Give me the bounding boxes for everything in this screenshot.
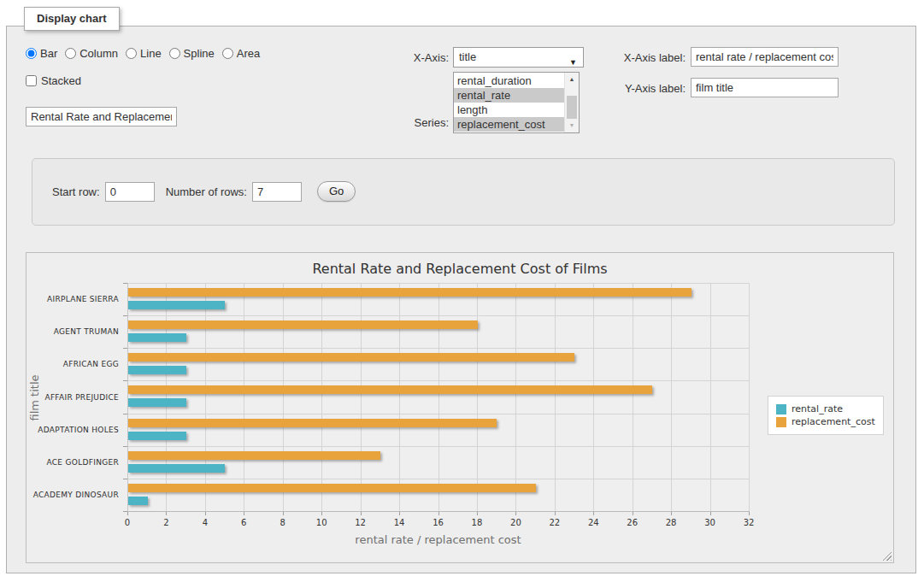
x-tick-mark [361,512,362,515]
resize-grip-icon[interactable] [882,551,892,561]
legend-swatch [776,404,786,414]
x-axis-selected-value: title [459,50,476,63]
y-tick-mark [123,283,127,284]
x-tick-mark [438,512,439,515]
chart-type-option-column: Column [65,47,118,60]
y-tick-mark [123,414,127,414]
series-bar-rental_rate [128,301,225,309]
series-bar-rental_rate [128,398,186,407]
y-axis-label-input[interactable] [691,78,839,97]
chart-type-radio-label: Line [140,47,162,60]
grid-line [399,283,400,511]
x-tick-label: 4 [194,518,216,527]
x-tick-label: 22 [544,518,566,527]
x-axis-label-caption: X-Axis label: [603,51,686,64]
grid-line [749,283,750,511]
y-tick-mark [123,380,127,381]
grid-line [283,283,284,511]
x-tick-mark [671,512,672,515]
stacked-option: Stacked [26,74,81,87]
series-bar-replacement_cost [128,451,380,460]
x-axis-select[interactable]: title ▼ [453,47,584,68]
series-option-replacement_cost[interactable]: replacement_cost [454,117,564,132]
chart-type-radio-column[interactable] [65,48,76,59]
series-bar-rental_rate [128,497,148,505]
start-row-input[interactable] [105,182,155,202]
go-button[interactable]: Go [317,181,356,202]
chart-type-radio-group: BarColumnLineSplineArea [26,47,260,60]
grid-line [127,414,749,414]
chart-type-radio-bar[interactable] [26,48,37,59]
chart-type-radio-area[interactable] [222,48,233,59]
legend-label: replacement_cost [792,416,875,427]
x-tick-label: 14 [388,518,410,527]
series-bar-replacement_cost [128,288,692,297]
grid-line [593,283,594,511]
x-tick-mark [283,512,284,515]
x-tick-mark [321,512,322,515]
chart-container: Rental Rate and Replacement Cost of Film… [26,252,894,563]
x-tick-mark [127,512,128,515]
chevron-down-icon: ▼ [569,53,577,72]
display-chart-legend: Display chart [24,7,120,31]
series-bar-replacement_cost [128,353,574,362]
chart-title-input[interactable] [26,107,177,126]
grid-line [127,315,749,316]
x-tick-label: 10 [310,518,333,527]
x-tick-label: 16 [427,518,450,527]
grid-line [127,283,749,284]
chart-legend: rental_ratereplacement_cost [768,396,884,435]
series-bar-rental_rate [128,464,225,473]
x-tick-mark [166,512,167,515]
scroll-down-icon[interactable]: ▼ [565,120,579,132]
x-tick-label: 12 [350,518,372,527]
chart-type-radio-spline[interactable] [169,48,180,59]
row-range-panel: Start row: Number of rows: Go [32,158,895,226]
series-bar-replacement_cost [128,419,497,427]
y-axis-label-caption: Y-Axis label: [603,82,686,95]
series-option-length[interactable]: length [454,103,564,117]
x-axis-title: rental rate / replacement cost [127,533,749,546]
category-label: ADAPTATION HOLES [26,426,119,434]
category-label: AFRICAN EGG [26,360,119,368]
stacked-label: Stacked [41,74,81,87]
num-rows-input[interactable] [252,182,302,202]
x-tick-mark [515,512,516,515]
x-tick-mark [749,512,750,515]
y-tick-mark [123,511,127,512]
scroll-up-icon[interactable]: ▲ [565,73,579,85]
series-scrollbar[interactable]: ▲ ▼ [564,73,579,132]
x-tick-mark [633,512,633,515]
series-bar-rental_rate [128,432,186,440]
x-tick-label: 24 [582,518,604,527]
grid-line [205,283,206,511]
series-option-rental_rate[interactable]: rental_rate [454,88,564,103]
series-listbox-label: Series: [368,116,449,129]
category-label: AFFAIR PREJUDICE [26,393,119,402]
grid-line [515,283,516,511]
plot-area [127,283,749,511]
chart-type-option-spline: Spline [169,47,215,60]
legend-label: rental_rate [792,403,843,414]
x-tick-label: 28 [660,518,682,527]
category-label: ACADEMY DINOSAUR [26,491,119,499]
x-tick-label: 8 [272,518,294,527]
grid-line [166,283,167,511]
chart-type-radio-line[interactable] [126,48,137,59]
y-tick-mark [123,315,127,316]
legend-item-rental_rate[interactable]: rental_rate [776,403,875,414]
x-tick-mark [399,512,400,515]
chart-type-radio-label: Bar [40,47,57,60]
start-row-label: Start row: [52,185,100,198]
legend-item-replacement_cost[interactable]: replacement_cost [776,416,875,427]
x-tick-mark [244,512,244,515]
grid-line [671,283,672,511]
grid-line [555,283,556,511]
category-label: AGENT TRUMAN [26,327,119,336]
x-tick-label: 20 [504,518,527,527]
series-option-rental_duration[interactable]: rental_duration [454,73,564,88]
scroll-thumb[interactable] [567,96,577,119]
x-axis-label-input[interactable] [691,47,839,67]
series-listbox[interactable]: rental_durationrental_ratelengthreplacem… [453,72,580,133]
stacked-checkbox[interactable] [26,75,37,86]
